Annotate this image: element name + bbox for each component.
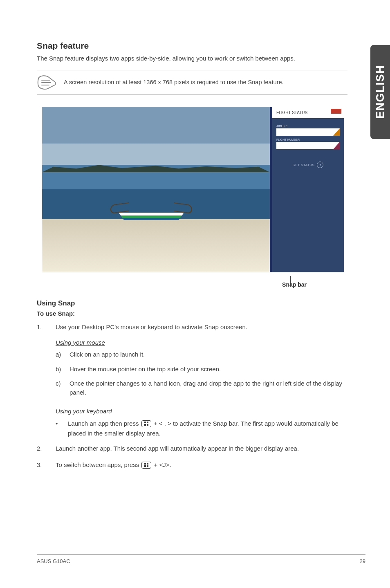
flight-status-title: FLIGHT STATUS <box>276 110 307 115</box>
snap-screenshot: FLIGHT STATUS AIRLINE FLIGHT NUMBER GET … <box>42 107 344 272</box>
keyboard-steps: • Launch an app then press + < . > to ac… <box>56 419 347 438</box>
keyboard-bullet-text: Launch an app then press + < . > to acti… <box>68 419 347 438</box>
footer-model: ASUS G10AC <box>37 558 70 564</box>
intro-text: The Snap feature displays two apps side-… <box>37 54 347 63</box>
step-1: 1. Use your Desktop PC's mouse or keyboa… <box>37 323 347 332</box>
flight-status-header: FLIGHT STATUS <box>272 107 344 118</box>
step-number: 3. <box>37 460 44 469</box>
mouse-step-b-text: Hover the mouse pointer on the top side … <box>69 365 347 374</box>
using-snap-title: Using Snap <box>37 299 347 307</box>
snap-left-app <box>42 107 270 272</box>
keyboard-bullet: • Launch an app then press + < . > to ac… <box>56 419 347 438</box>
letter-marker: c) <box>56 379 64 397</box>
step-2-text: Launch another app. This second app will… <box>56 444 347 453</box>
steps-list-cont: 2. Launch another app. This second app w… <box>37 444 347 469</box>
to-use-snap-label: To use Snap: <box>37 310 347 317</box>
flight-number-label: FLIGHT NUMBER <box>276 138 340 141</box>
note-text: A screen resolution of at least 1366 x 7… <box>64 79 284 85</box>
step-3-text: To switch between apps, press + <J>. <box>56 460 347 469</box>
steps-list: 1. Use your Desktop PC's mouse or keyboa… <box>37 323 347 332</box>
snap-bar[interactable] <box>270 107 272 272</box>
step-1-text: Use your Desktop PC's mouse or keyboard … <box>56 323 347 332</box>
bullet-marker: • <box>56 419 60 438</box>
step3-pre: To switch between apps, press <box>56 461 141 468</box>
page-content: Snap feature The Snap feature displays t… <box>37 41 347 476</box>
step-number: 1. <box>37 323 44 332</box>
airline-input[interactable] <box>276 128 340 136</box>
plane-icon: ✈ <box>317 162 323 168</box>
kb-text-pre: Launch an app then press <box>68 420 141 427</box>
snap-bar-callout-line <box>290 276 291 287</box>
note-hand-icon <box>37 74 57 90</box>
snap-bar-caption: Snap bar <box>37 281 307 288</box>
step3-post: + <J>. <box>152 461 171 468</box>
letter-marker: a) <box>56 350 64 359</box>
page-footer: ASUS G10AC 29 <box>37 554 365 564</box>
note-box: A screen resolution of at least 1366 x 7… <box>37 70 347 94</box>
snap-right-app: FLIGHT STATUS AIRLINE FLIGHT NUMBER GET … <box>272 107 344 272</box>
windows-key-icon <box>141 462 151 469</box>
step-3: 3. To switch between apps, press + <J>. <box>37 460 347 469</box>
step-number: 2. <box>37 444 44 453</box>
using-keyboard-heading: Using your keyboard <box>56 408 347 415</box>
mouse-step-a: a) Click on an app to launch it. <box>56 350 347 359</box>
mouse-step-b: b) Hover the mouse pointer on the top si… <box>56 365 347 374</box>
mouse-steps: a) Click on an app to launch it. b) Hove… <box>56 350 347 397</box>
mouse-step-a-text: Click on an app to launch it. <box>69 350 347 359</box>
flight-number-input[interactable] <box>276 142 340 149</box>
mouse-step-c: c) Once the pointer changes to a hand ic… <box>56 379 347 397</box>
step-2: 2. Launch another app. This second app w… <box>37 444 347 453</box>
letter-marker: b) <box>56 365 64 374</box>
section-title: Snap feature <box>37 41 347 51</box>
mouse-step-c-text: Once the pointer changes to a hand icon,… <box>69 379 347 397</box>
language-tab-label: ENGLISH <box>374 65 387 119</box>
get-status-button[interactable]: GET STATUS ✈ <box>276 162 340 168</box>
language-tab: ENGLISH <box>370 45 390 139</box>
airline-label: AIRLINE <box>276 125 340 128</box>
get-status-label: GET STATUS <box>293 163 315 167</box>
close-icon[interactable] <box>331 109 341 114</box>
footer-page-number: 29 <box>360 558 365 564</box>
windows-key-icon <box>141 420 151 427</box>
using-mouse-heading: Using your mouse <box>56 339 347 346</box>
